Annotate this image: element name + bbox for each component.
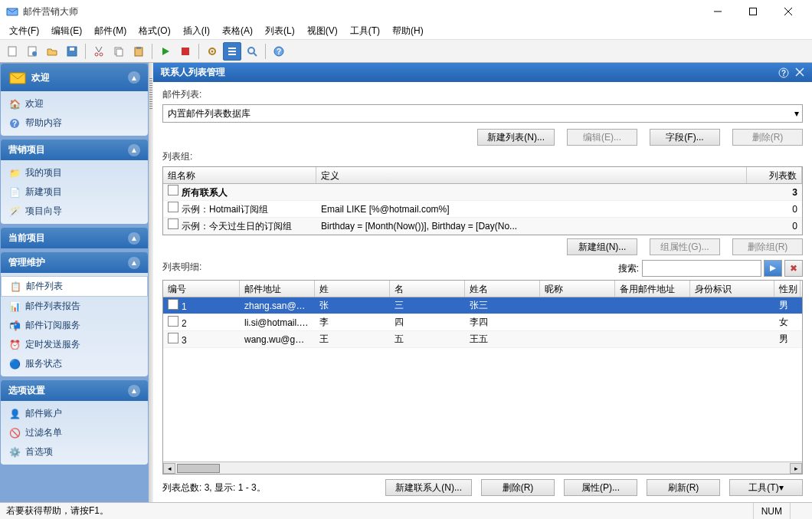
tool-copy[interactable] bbox=[110, 42, 128, 61]
contact-header-identity[interactable]: 身份标识 bbox=[690, 281, 774, 297]
sidebar-item-status[interactable]: 🔵服务状态 bbox=[1, 354, 148, 373]
tool-preview[interactable] bbox=[243, 42, 261, 61]
menu-list[interactable]: 列表(L) bbox=[259, 23, 301, 39]
menu-help[interactable]: 帮助(H) bbox=[386, 23, 430, 39]
collapse-icon[interactable]: ▲ bbox=[128, 257, 140, 269]
sidebar-item-label: 邮件列表报告 bbox=[25, 300, 80, 313]
new-list-button[interactable]: 新建列表(N)... bbox=[477, 129, 555, 146]
collapse-icon[interactable]: ▲ bbox=[128, 144, 140, 156]
group-row[interactable]: 示例：Hotmail订阅组Email LIKE [%@hotmail.com%]… bbox=[163, 201, 802, 218]
search-clear-button[interactable]: ✖ bbox=[784, 260, 803, 277]
contact-row[interactable]: 1zhang.san@ho...张三张三男 bbox=[163, 297, 802, 314]
sidebar-item-welcome[interactable]: 🏠欢迎 bbox=[1, 94, 148, 113]
horizontal-scrollbar[interactable]: ◂ ▸ bbox=[163, 462, 802, 474]
sidebar-header-options[interactable]: 选项设置 ▲ bbox=[1, 380, 148, 401]
contact-header-lastname[interactable]: 姓 bbox=[315, 281, 390, 297]
search-go-button[interactable] bbox=[764, 260, 782, 277]
delete-contact-button[interactable]: 删除(R) bbox=[481, 479, 555, 496]
sidebar-item-my-projects[interactable]: 📁我的项目 bbox=[1, 163, 148, 182]
contact-header-nick[interactable]: 昵称 bbox=[540, 281, 615, 297]
delete-list-button[interactable]: 删除(R) bbox=[732, 129, 803, 146]
search-input[interactable] bbox=[642, 260, 761, 277]
status-resize-grip[interactable] bbox=[790, 503, 806, 519]
menu-edit[interactable]: 编辑(E) bbox=[45, 23, 88, 39]
group-props-button[interactable]: 组属性(G)... bbox=[650, 238, 720, 255]
tool-settings[interactable] bbox=[203, 42, 221, 61]
sidebar-item-filter[interactable]: 🚫过滤名单 bbox=[1, 423, 148, 442]
sidebar-header-maintain[interactable]: 管理维护 ▲ bbox=[1, 252, 148, 273]
group-row[interactable]: 示例：今天过生日的订阅组Birthday = [Month(Now())], B… bbox=[163, 218, 802, 235]
svg-point-9 bbox=[95, 53, 98, 56]
group-header-count[interactable]: 列表数 bbox=[747, 167, 802, 183]
scroll-left-icon[interactable]: ◂ bbox=[163, 463, 175, 474]
sidebar-item-label: 过滤名单 bbox=[25, 426, 62, 439]
menu-format[interactable]: 格式(O) bbox=[133, 23, 176, 39]
contact-row[interactable]: 3wang.wu@gm...王五王五男 bbox=[163, 331, 802, 348]
collapse-icon[interactable]: ▲ bbox=[128, 71, 140, 84]
sidebar-item-schedule[interactable]: ⏰定时发送服务 bbox=[1, 335, 148, 354]
delete-group-button[interactable]: 删除组(R) bbox=[732, 238, 803, 255]
scroll-right-icon[interactable]: ▸ bbox=[790, 463, 802, 474]
collapse-icon[interactable]: ▲ bbox=[128, 385, 140, 397]
sidebar-item-accounts[interactable]: 👤邮件账户 bbox=[1, 404, 148, 423]
tool-cut[interactable] bbox=[90, 42, 108, 61]
new-group-button[interactable]: 新建组(N)... bbox=[567, 238, 637, 255]
tool-help[interactable]: ? bbox=[270, 42, 288, 61]
sidebar-item-new-project[interactable]: 📄新建项目 bbox=[1, 182, 148, 202]
sidebar-item-mail-list[interactable]: 📋邮件列表 bbox=[1, 276, 148, 297]
content-area: 欢迎 ▲ 🏠欢迎 ?帮助内容 营销项目 ▲ 📁我的项目 📄新建项目 🪄项目向导 … bbox=[0, 63, 812, 502]
menubar: 文件(F) 编辑(E) 邮件(M) 格式(O) 插入(I) 表格(A) 列表(L… bbox=[0, 23, 812, 40]
sidebar-header-current[interactable]: 当前项目 ▲ bbox=[1, 228, 148, 248]
collapse-icon[interactable]: ▲ bbox=[128, 232, 140, 245]
tool-save[interactable] bbox=[63, 42, 81, 61]
menu-mail[interactable]: 邮件(M) bbox=[88, 23, 133, 39]
mail-list-dropdown[interactable]: 内置邮件列表数据库 ▾ bbox=[162, 104, 803, 123]
sidebar-item-wizard[interactable]: 🪄项目向导 bbox=[1, 202, 148, 221]
new-contact-button[interactable]: 新建联系人(N)... bbox=[385, 479, 472, 496]
tool-play[interactable] bbox=[156, 42, 175, 61]
menu-tools[interactable]: 工具(T) bbox=[344, 23, 386, 39]
sidebar-item-help[interactable]: ?帮助内容 bbox=[1, 113, 148, 133]
group-name-cell: 所有联系人 bbox=[163, 183, 316, 201]
contact-header-gender[interactable]: 性别 bbox=[774, 281, 801, 297]
menu-insert[interactable]: 插入(I) bbox=[177, 23, 216, 39]
tool-open[interactable] bbox=[43, 42, 61, 61]
tool-new-wizard[interactable] bbox=[23, 42, 41, 61]
group-header-name[interactable]: 组名称 bbox=[163, 167, 316, 183]
contact-id-cell: 3 bbox=[163, 331, 240, 347]
contact-header-email[interactable]: 邮件地址 bbox=[240, 281, 315, 297]
tool-paste[interactable] bbox=[129, 42, 148, 61]
contact-header-fullname[interactable]: 姓名 bbox=[465, 281, 540, 297]
contact-header-id[interactable]: 编号 bbox=[163, 281, 240, 297]
refresh-button[interactable]: 刷新(R) bbox=[647, 479, 720, 496]
sidebar-item-list-report[interactable]: 📊邮件列表报告 bbox=[1, 297, 148, 316]
menu-file[interactable]: 文件(F) bbox=[3, 23, 45, 39]
close-button[interactable] bbox=[771, 0, 806, 23]
contact-nick-cell bbox=[540, 321, 615, 324]
contact-header-firstname[interactable]: 名 bbox=[390, 281, 465, 297]
contact-header-altemail[interactable]: 备用邮件地址 bbox=[615, 281, 690, 297]
fields-button[interactable]: 字段(F)... bbox=[650, 129, 720, 146]
contact-row[interactable]: 2li.si@hotmail.c...李四李四女 bbox=[163, 314, 802, 331]
sidebar-item-label: 我的项目 bbox=[25, 166, 62, 179]
tool-list-view[interactable] bbox=[223, 42, 241, 61]
group-name-cell: 示例：今天过生日的订阅组 bbox=[163, 217, 316, 235]
edit-list-button[interactable]: 编辑(E)... bbox=[567, 129, 637, 146]
group-header-def[interactable]: 定义 bbox=[316, 167, 747, 183]
tool-new-doc[interactable] bbox=[3, 42, 21, 61]
sidebar-header-welcome[interactable]: 欢迎 ▲ bbox=[1, 64, 148, 91]
sidebar-item-preferences[interactable]: ⚙️首选项 bbox=[1, 442, 148, 462]
minimize-button[interactable] bbox=[700, 0, 735, 23]
tools-dropdown-button[interactable]: 工具(T) ▾ bbox=[729, 479, 803, 496]
scroll-thumb[interactable] bbox=[177, 464, 220, 473]
pane-close-icon[interactable] bbox=[795, 67, 804, 78]
maximize-button[interactable] bbox=[735, 0, 771, 23]
menu-view[interactable]: 视图(V) bbox=[301, 23, 344, 39]
contact-props-button[interactable]: 属性(P)... bbox=[564, 479, 637, 496]
group-row[interactable]: 所有联系人3 bbox=[163, 184, 802, 201]
sidebar-item-subscribe[interactable]: 📬邮件订阅服务 bbox=[1, 316, 148, 335]
sidebar-header-marketing[interactable]: 营销项目 ▲ bbox=[1, 140, 148, 160]
pane-help-icon[interactable]: ? bbox=[778, 67, 789, 78]
menu-table[interactable]: 表格(A) bbox=[216, 23, 259, 39]
tool-stop[interactable] bbox=[176, 42, 195, 61]
